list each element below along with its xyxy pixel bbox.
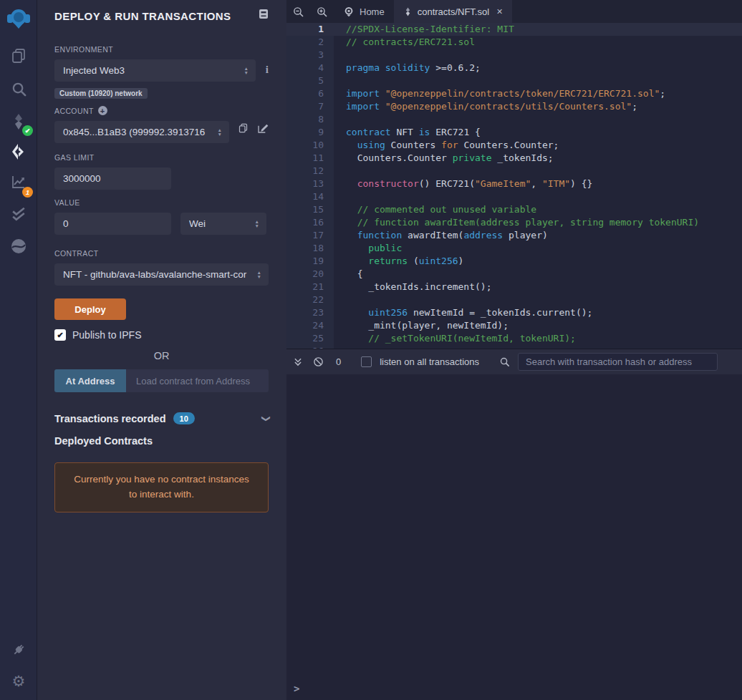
at-address-button[interactable]: At Address bbox=[54, 369, 126, 392]
environment-select[interactable]: Injected Web3 ▲▼ bbox=[54, 59, 256, 82]
code-line[interactable]: 13 constructor() ERC721("GameItem", "ITM… bbox=[286, 178, 742, 190]
code-line[interactable]: 9contract NFT is ERC721 { bbox=[286, 126, 742, 139]
deploy-button[interactable]: Deploy bbox=[54, 298, 126, 320]
code-line[interactable]: 26 bbox=[286, 345, 742, 349]
chevron-down-icon[interactable]: ❮ bbox=[260, 414, 270, 422]
at-address-input[interactable] bbox=[126, 369, 269, 392]
code-lines: 1//SPDX-License-Identifier: MIT2// contr… bbox=[286, 23, 742, 349]
line-number[interactable]: 15 bbox=[286, 203, 334, 216]
sidebar-item-sourcify[interactable] bbox=[0, 232, 37, 261]
remix-logo bbox=[4, 4, 33, 33]
line-number[interactable]: 21 bbox=[286, 281, 334, 293]
sidebar-item-file-explorer[interactable] bbox=[0, 42, 37, 70]
documentation-icon[interactable] bbox=[259, 9, 269, 22]
code-line[interactable]: 14 bbox=[286, 190, 742, 203]
sidebar-item-deploy-and-run[interactable] bbox=[0, 137, 37, 166]
environment-info-icon[interactable]: i bbox=[266, 64, 269, 76]
gas-limit-input[interactable] bbox=[63, 173, 164, 184]
sidebar-item-plugin-manager[interactable] bbox=[0, 636, 37, 664]
sidebar-item-search[interactable] bbox=[0, 74, 37, 103]
code-line[interactable]: 4pragma solidity >=0.6.2; bbox=[286, 62, 742, 74]
close-tab-icon[interactable]: ✕ bbox=[496, 7, 503, 16]
code-line[interactable]: 12 bbox=[286, 165, 742, 178]
code-line[interactable]: 6import "@openzeppelin/contracts/token/E… bbox=[286, 87, 742, 100]
code-line[interactable]: 8 bbox=[286, 113, 742, 126]
code-line[interactable]: 7import "@openzeppelin/contracts/utils/C… bbox=[286, 100, 742, 113]
line-number[interactable]: 17 bbox=[286, 229, 334, 242]
tab-home[interactable]: Home bbox=[334, 0, 394, 23]
code-line[interactable]: 5 bbox=[286, 74, 742, 87]
code-line[interactable]: 16 // function awardItem(address player,… bbox=[286, 216, 742, 229]
line-number[interactable]: 20 bbox=[286, 268, 334, 281]
code-line[interactable]: 24 _mint(player, newItemId); bbox=[286, 319, 742, 332]
line-number[interactable]: 1 bbox=[286, 23, 334, 36]
line-number[interactable]: 12 bbox=[286, 165, 334, 178]
code-line[interactable]: 23 uint256 newItemId = _tokenIds.current… bbox=[286, 306, 742, 319]
line-number[interactable]: 5 bbox=[286, 74, 334, 87]
line-number[interactable]: 4 bbox=[286, 62, 334, 74]
clear-console-icon[interactable] bbox=[313, 356, 324, 367]
remix-logo-icon[interactable] bbox=[0, 3, 37, 34]
create-account-icon[interactable]: + bbox=[98, 106, 107, 115]
terminal-search-input[interactable] bbox=[518, 353, 718, 371]
no-instances-message: Currently you have no contract instances… bbox=[54, 462, 269, 512]
deploy-run-panel: DEPLOY & RUN TRANSACTIONS ENVIRONMENT In… bbox=[37, 0, 286, 700]
value-label: VALUE bbox=[54, 198, 269, 207]
line-number[interactable]: 11 bbox=[286, 152, 334, 165]
sign-message-icon[interactable] bbox=[257, 122, 269, 137]
listen-transactions-checkbox[interactable] bbox=[361, 356, 372, 367]
code-line[interactable]: 25 // _setTokenURI(newItemId, tokenURI); bbox=[286, 332, 742, 345]
terminal-output[interactable]: > bbox=[286, 374, 742, 700]
code-line[interactable]: 20 { bbox=[286, 268, 742, 281]
code-line[interactable]: 3 bbox=[286, 49, 742, 62]
code-editor[interactable]: 1//SPDX-License-Identifier: MIT2// contr… bbox=[286, 23, 742, 349]
line-number[interactable]: 16 bbox=[286, 216, 334, 229]
code-line[interactable]: 17 function awardItem(address player) bbox=[286, 229, 742, 242]
line-number[interactable]: 8 bbox=[286, 113, 334, 126]
line-number[interactable]: 14 bbox=[286, 190, 334, 203]
code-line[interactable]: 22 bbox=[286, 293, 742, 306]
line-number[interactable]: 3 bbox=[286, 49, 334, 62]
line-number[interactable]: 6 bbox=[286, 87, 334, 100]
code-line[interactable]: 10 using Counters for Counters.Counter; bbox=[286, 139, 742, 152]
deploy-run-icon bbox=[9, 142, 28, 161]
transactions-count-badge: 10 bbox=[173, 412, 195, 424]
sidebar-item-solidity-compiler[interactable]: ✔ bbox=[0, 107, 37, 136]
code-line[interactable]: 18 public bbox=[286, 242, 742, 255]
line-number[interactable]: 13 bbox=[286, 178, 334, 190]
zoom-out-button[interactable] bbox=[286, 0, 310, 23]
copy-account-icon[interactable] bbox=[238, 122, 249, 137]
line-number[interactable]: 24 bbox=[286, 319, 334, 332]
code-line[interactable]: 15 // commented out unused variable bbox=[286, 203, 742, 216]
code-line[interactable]: 1//SPDX-License-Identifier: MIT bbox=[286, 23, 742, 36]
terminal-search-icon bbox=[499, 356, 510, 367]
line-number[interactable]: 23 bbox=[286, 306, 334, 319]
sidebar-item-unit-testing[interactable] bbox=[0, 199, 37, 228]
terminal-prompt: > bbox=[294, 683, 299, 694]
account-select[interactable]: 0x845...B1aB3 (999992.3913716 ▲▼ bbox=[54, 121, 229, 143]
code-line[interactable]: 11 Counters.Counter private _tokenIds; bbox=[286, 152, 742, 165]
line-number[interactable]: 25 bbox=[286, 332, 334, 345]
line-number[interactable]: 18 bbox=[286, 242, 334, 255]
publish-ipfs-checkbox[interactable]: ✔ bbox=[54, 329, 66, 341]
value-unit-select[interactable]: Wei ▲▼ bbox=[180, 213, 266, 235]
sidebar-item-analytics[interactable]: 1 bbox=[0, 167, 37, 196]
tab-contracts-nft-sol[interactable]: contracts/NFT.sol ✕ bbox=[394, 0, 513, 23]
select-stepper-icon: ▲▼ bbox=[218, 128, 222, 137]
line-number[interactable]: 19 bbox=[286, 255, 334, 268]
contract-select[interactable]: NFT - github/ava-labs/avalanche-smart-co… bbox=[54, 263, 269, 286]
line-number[interactable]: 9 bbox=[286, 126, 334, 139]
value-input[interactable] bbox=[63, 218, 164, 229]
double-check-icon bbox=[10, 205, 28, 223]
line-number[interactable]: 22 bbox=[286, 293, 334, 306]
zoom-in-button[interactable] bbox=[310, 0, 334, 23]
code-line[interactable]: 19 returns (uint256) bbox=[286, 255, 742, 268]
terminal-collapse-icon[interactable] bbox=[293, 357, 303, 367]
line-number[interactable]: 26 bbox=[286, 345, 334, 349]
line-number[interactable]: 2 bbox=[286, 36, 334, 49]
code-line[interactable]: 21 _tokenIds.increment(); bbox=[286, 281, 742, 293]
code-line[interactable]: 2// contracts/ERC721.sol bbox=[286, 36, 742, 49]
sidebar-item-settings[interactable]: ⚙ bbox=[0, 667, 37, 696]
line-number[interactable]: 10 bbox=[286, 139, 334, 152]
line-number[interactable]: 7 bbox=[286, 100, 334, 113]
